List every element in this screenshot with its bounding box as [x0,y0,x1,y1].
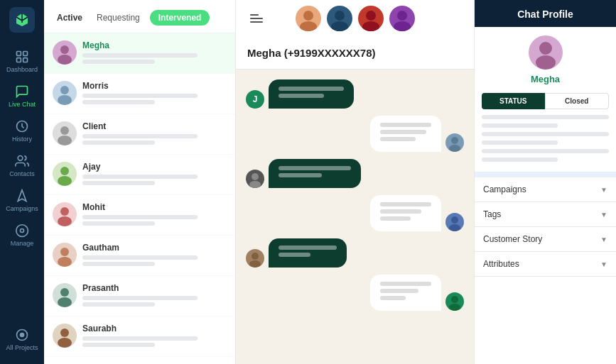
svg-point-43 [449,304,460,311]
message-bubble [269,238,347,268]
svg-point-35 [449,145,460,152]
sidebar-item-campaigns[interactable]: Campaigns [0,183,44,218]
svg-point-23 [58,297,72,307]
svg-point-18 [60,207,69,216]
chat-preview-short [82,262,155,266]
message-row [246,159,464,188]
svg-point-28 [335,11,345,21]
profile-name: Megha [531,74,560,84]
avatar [53,202,77,226]
accordion-header[interactable]: Tags ▼ [475,202,616,226]
chat-name: Gautham [82,243,227,253]
tab-intervened[interactable]: Intervened [150,10,210,26]
svg-point-33 [394,21,411,31]
chat-preview [82,175,198,179]
svg-point-14 [60,126,69,135]
agent-avatar[interactable] [296,6,321,31]
chat-content: Megha (+9199XXXXXX78) J [236,37,474,364]
status-bar: STATUS Closed [482,93,609,109]
svg-point-32 [397,11,407,21]
sidebar-item-manage[interactable]: Manage [0,218,44,253]
sidebar-item-contacts[interactable]: Contacts [0,148,44,183]
avatar [53,243,77,267]
list-item[interactable]: Client [44,114,235,155]
info-line [482,149,609,153]
svg-point-20 [60,248,69,256]
message-row [246,275,464,311]
chat-name: Morris [82,81,227,91]
chat-preview-short [82,181,155,185]
profile-panel: Chat Profile Megha STATUS Closed Campaig… [474,0,616,364]
svg-point-19 [58,216,72,226]
accordion-header[interactable]: Attributes ▼ [475,252,616,276]
avatar [53,162,77,186]
tab-active[interactable]: Active [53,10,87,26]
list-item[interactable]: Saurabh [44,316,235,357]
avatar [53,283,77,307]
chat-main: Megha (+9199XXXXXX78) J [236,0,474,364]
message-row [246,238,464,268]
info-line [482,140,558,145]
hamburger-icon[interactable] [250,14,263,23]
message-avatar [445,213,464,231]
accordion-attributes[interactable]: Attributes ▼ [475,252,616,277]
svg-point-7 [21,229,24,233]
svg-point-17 [58,176,72,186]
accordion-tags[interactable]: Tags ▼ [475,202,616,227]
sidebar-item-history[interactable]: History [0,114,44,148]
status-label-btn[interactable]: STATUS [482,93,545,109]
message-avatar [246,170,264,188]
svg-point-29 [331,21,348,31]
svg-rect-0 [17,52,21,56]
chat-header: Megha (+9199XXXXXX78) [236,37,474,70]
list-item[interactable]: Prasanth [44,276,235,316]
accordion-campaigns[interactable]: Campaigns ▼ [475,177,616,202]
chat-preview-short [82,343,155,347]
avatar [53,81,77,105]
accordion-header[interactable]: Customer Story ▼ [475,227,616,251]
accordion-customer-story[interactable]: Customer Story ▼ [475,227,616,252]
tab-requesting[interactable]: Requesting [92,10,144,26]
sidebar-item-livechat[interactable]: Live Chat [0,79,44,114]
message-avatar: J [246,90,264,109]
svg-point-41 [249,260,261,268]
chat-list-panel: Active Requesting Intervened Megha Morri… [44,0,236,364]
svg-point-38 [451,216,458,224]
chat-title: Megha (+9199XXXXXX78) [247,47,376,59]
chat-preview [82,53,198,57]
list-item[interactable]: Megha [44,33,235,74]
chat-preview [82,336,198,341]
status-value-btn[interactable]: Closed [545,93,610,109]
sidebar-logo [9,7,35,33]
chat-list: Megha Morris Client [44,33,235,364]
svg-point-25 [58,338,72,348]
list-item[interactable]: Gautham [44,236,235,276]
message-row: J [246,79,464,109]
message-bubble [269,79,354,109]
chat-preview-short [82,60,155,64]
info-line [482,123,558,128]
list-item[interactable]: Ajay [44,155,235,195]
message-row [246,116,464,152]
chat-preview-short [82,140,155,145]
info-line [482,158,558,162]
agent-avatar[interactable] [358,6,384,31]
svg-point-13 [58,95,72,105]
chat-name: Prasanth [82,283,227,293]
list-item[interactable]: Mohit [44,195,235,236]
avatar [53,324,77,348]
svg-point-11 [58,55,72,65]
svg-point-15 [58,136,72,145]
svg-point-9 [21,333,24,337]
svg-point-34 [451,137,458,144]
chat-name: Mohit [82,202,227,212]
accordion-header[interactable]: Campaigns ▼ [475,177,616,202]
chat-preview [82,215,198,219]
svg-point-26 [303,11,313,21]
sidebar-item-dashboard[interactable]: Dashboard [0,44,44,79]
list-item[interactable]: Morris [44,74,235,114]
sidebar-item-allprojects[interactable]: All Projects [0,322,44,357]
agent-avatar[interactable] [327,6,352,31]
agent-avatar[interactable] [389,6,415,31]
svg-point-36 [252,173,259,180]
